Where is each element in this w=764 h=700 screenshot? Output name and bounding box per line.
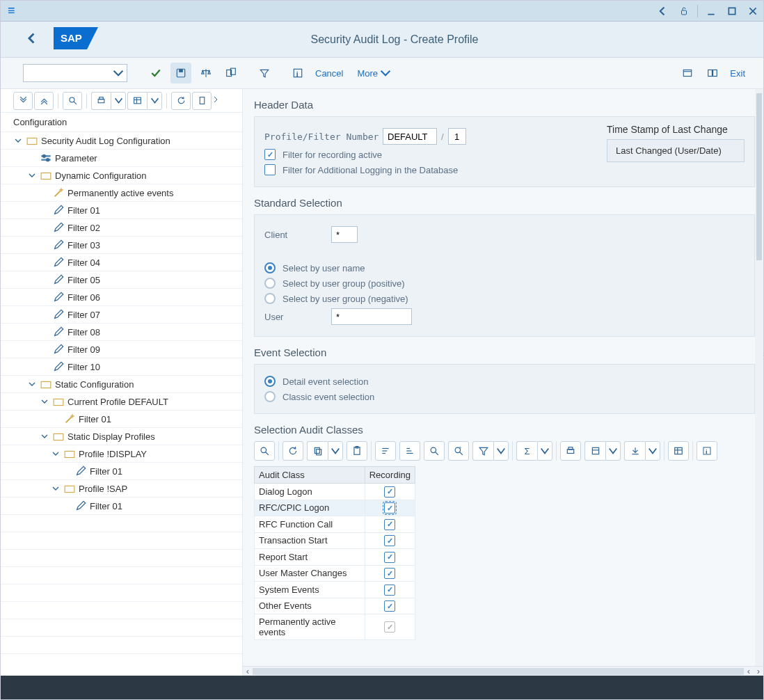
tree-node-current-profile[interactable]: Current Profile DEFAULT xyxy=(1,393,242,411)
last-changed-button[interactable]: Last Changed (User/Date) xyxy=(607,139,745,162)
tree-node-dynamic-config[interactable]: Dynamic Configuration xyxy=(1,167,242,184)
tree-node-filter[interactable]: Filter 01 xyxy=(1,463,242,480)
select-user-name-radio[interactable] xyxy=(264,262,276,273)
grid-sum-menu[interactable] xyxy=(537,441,552,461)
audit-class-cell[interactable]: Dialog Logon xyxy=(255,484,365,500)
filter-number-input[interactable] xyxy=(448,128,466,145)
grid-filter-button[interactable] xyxy=(472,441,493,461)
accept-button[interactable] xyxy=(145,63,166,83)
grid-print-button[interactable] xyxy=(560,441,581,461)
expand-all-button[interactable] xyxy=(13,92,33,110)
additional-logging-checkbox[interactable] xyxy=(264,164,276,175)
audit-class-cell[interactable]: Report Start xyxy=(255,549,365,566)
grid-paste-button[interactable] xyxy=(347,441,367,461)
vertical-scrollbar[interactable] xyxy=(755,89,763,666)
document-button[interactable] xyxy=(192,92,212,110)
maximize-button[interactable] xyxy=(724,3,740,19)
new-window-button[interactable] xyxy=(677,63,698,83)
table-view-menu[interactable] xyxy=(147,92,162,110)
tree-node-filter[interactable]: Filter 09 xyxy=(1,341,242,358)
recording-checkbox[interactable] xyxy=(384,535,395,546)
filter-icon[interactable] xyxy=(254,63,275,83)
layout-button[interactable] xyxy=(702,63,723,83)
grid-find2-button[interactable] xyxy=(424,441,445,461)
grid-findnext-button[interactable]: + xyxy=(448,441,469,461)
recording-cell[interactable] xyxy=(365,484,415,500)
collapse-all-button[interactable] xyxy=(34,92,54,110)
col-recording[interactable]: Recording xyxy=(365,467,415,484)
refresh-button[interactable] xyxy=(171,92,191,110)
audit-class-cell[interactable]: Other Events xyxy=(255,598,365,614)
display-change-button[interactable] xyxy=(221,63,241,83)
audit-class-cell[interactable]: System Events xyxy=(255,582,365,598)
info-button[interactable]: i xyxy=(287,63,308,83)
profile-input[interactable] xyxy=(383,128,437,145)
recording-checkbox[interactable] xyxy=(384,486,395,498)
recording-checkbox[interactable] xyxy=(384,600,395,612)
expand-right-icon[interactable] xyxy=(213,95,218,106)
user-input[interactable] xyxy=(331,308,412,325)
grid-export-button[interactable] xyxy=(584,441,605,461)
tree-node-parameter[interactable]: Parameter xyxy=(1,150,242,167)
recording-cell[interactable] xyxy=(365,532,415,549)
filter-recording-checkbox[interactable] xyxy=(264,149,276,160)
audit-class-cell[interactable]: User Master Changes xyxy=(255,565,365,582)
tree-node-filter[interactable]: Filter 01 xyxy=(1,498,242,515)
lock-icon[interactable] xyxy=(676,3,692,19)
recording-checkbox[interactable] xyxy=(384,568,395,579)
find-button[interactable] xyxy=(63,92,82,110)
close-button[interactable] xyxy=(745,3,761,19)
grid-download-menu[interactable] xyxy=(645,441,660,461)
tree-node-filter[interactable]: Filter 01 xyxy=(1,411,242,428)
command-field[interactable] xyxy=(23,64,127,82)
audit-class-cell[interactable]: RFC/CPIC Logon xyxy=(255,500,365,516)
grid-filter-menu[interactable] xyxy=(493,441,509,461)
recording-checkbox[interactable] xyxy=(384,552,395,563)
tree-node-filter[interactable]: Filter 10 xyxy=(1,358,242,376)
tree-node-filter[interactable]: Filter 02 xyxy=(1,219,242,237)
tree-node-filter[interactable]: Filter 07 xyxy=(1,306,242,324)
select-user-group-neg-radio[interactable] xyxy=(264,293,276,304)
tree-node-filter[interactable]: Filter 06 xyxy=(1,289,242,306)
recording-checkbox[interactable] xyxy=(384,502,395,514)
col-audit-class[interactable]: Audit Class xyxy=(255,467,365,484)
tree-node-filter[interactable]: Filter 03 xyxy=(1,237,242,254)
tree-node-profile-sap[interactable]: Profile !SAP xyxy=(1,480,242,498)
client-input[interactable] xyxy=(331,226,358,243)
cancel-button[interactable]: Cancel xyxy=(315,68,343,79)
balance-icon[interactable] xyxy=(196,63,216,83)
recording-checkbox[interactable] xyxy=(384,584,395,596)
horizontal-scrollbar[interactable]: ‹‹› xyxy=(243,666,763,676)
classic-event-radio[interactable] xyxy=(264,391,276,402)
grid-refresh-button[interactable] xyxy=(282,441,303,461)
grid-layout-button[interactable] xyxy=(668,441,689,461)
recording-cell[interactable] xyxy=(365,582,415,598)
tree-node-filter[interactable]: Filter 05 xyxy=(1,271,242,289)
grid-sortdesc-button[interactable] xyxy=(399,441,420,461)
tree-node-sal-config[interactable]: Security Audit Log Configuration xyxy=(1,132,242,150)
recording-cell[interactable] xyxy=(365,500,415,516)
tree-node-filter[interactable]: Filter 04 xyxy=(1,254,242,271)
table-view-button[interactable] xyxy=(127,92,147,110)
detail-event-radio[interactable] xyxy=(264,376,276,387)
select-user-group-pos-radio[interactable] xyxy=(264,278,276,289)
grid-copy-button[interactable] xyxy=(307,441,328,461)
recording-cell[interactable] xyxy=(365,516,415,533)
print-button[interactable] xyxy=(91,92,111,110)
tree-node-static-display-profiles[interactable]: Static Display Profiles xyxy=(1,428,242,445)
hamburger-menu-button[interactable]: ≡ xyxy=(1,3,22,18)
grid-sortasc-button[interactable] xyxy=(375,441,396,461)
prev-window-button[interactable] xyxy=(655,3,671,19)
grid-find-button[interactable] xyxy=(254,441,275,461)
grid-export-menu[interactable] xyxy=(605,441,621,461)
recording-cell[interactable] xyxy=(365,598,415,614)
audit-class-cell[interactable]: Transaction Start xyxy=(255,532,365,549)
audit-class-cell[interactable]: RFC Function Call xyxy=(255,516,365,533)
more-menu[interactable]: More xyxy=(357,67,391,79)
save-button[interactable] xyxy=(170,63,191,83)
recording-cell[interactable] xyxy=(365,614,415,640)
tree-node-filter[interactable]: Filter 08 xyxy=(1,324,242,341)
minimize-button[interactable] xyxy=(703,3,719,19)
audit-class-cell[interactable]: Permanently active events xyxy=(255,614,365,640)
tree-node-filter[interactable]: Filter 01 xyxy=(1,202,242,219)
